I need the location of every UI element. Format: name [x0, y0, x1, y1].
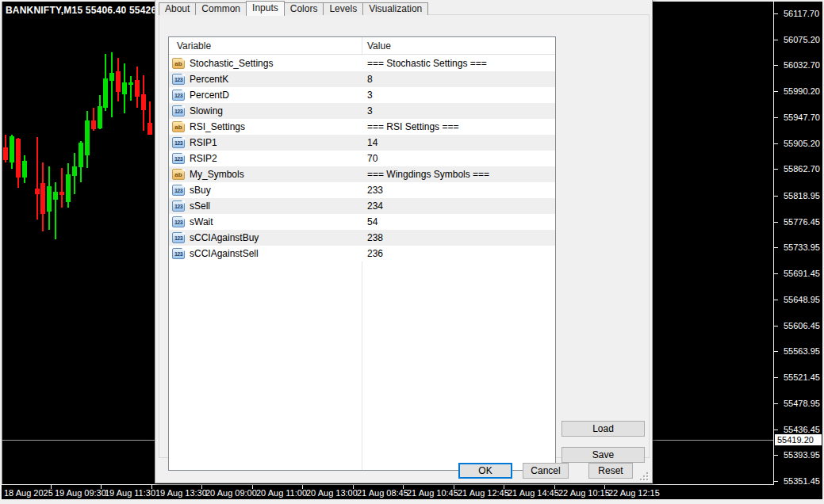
price-tick-label: 55563.95 — [784, 346, 820, 356]
time-tick — [201, 485, 202, 489]
variable-value[interactable]: 54 — [367, 214, 378, 230]
time-axis[interactable]: 18 Aug 202519 Aug 09:3019 Aug 11:3019 Au… — [2, 485, 822, 499]
time-tick-label: 19 Aug 11:30 — [105, 488, 155, 498]
tab-inputs[interactable]: Inputs — [246, 1, 285, 16]
time-tick-label: 21 Aug 08:45 — [357, 488, 408, 498]
tab-about[interactable]: About — [159, 2, 196, 15]
dialog-tabbar: AboutCommonInputsColorsLevelsVisualizati… — [159, 1, 428, 15]
inputs-table[interactable]: Variable Value abStochastic_Settings=== … — [168, 36, 556, 471]
table-row[interactable]: 123PercentK8 — [169, 71, 555, 87]
price-axis[interactable]: 55419.20 56117.7056075.2056032.7055990.2… — [773, 2, 822, 485]
column-header-value[interactable]: Value — [367, 37, 391, 55]
price-tick — [774, 403, 778, 404]
time-tick — [51, 485, 52, 489]
price-tick — [774, 222, 778, 223]
price-tick — [774, 326, 778, 326]
variable-name: RSIP1 — [190, 135, 217, 151]
table-row[interactable]: abRSI_Settings=== RSI Settings === — [169, 119, 555, 135]
candle-wick — [61, 168, 63, 208]
time-tick-label: 21 Aug 10:45 — [407, 488, 458, 498]
time-tick-label: 22 Aug 10:15 — [558, 488, 610, 498]
variable-value[interactable]: 233 — [367, 182, 383, 198]
integer-type-icon: 123 — [172, 216, 185, 227]
candle-body — [85, 120, 90, 155]
candle-body — [135, 80, 140, 97]
variable-name: sBuy — [190, 182, 211, 198]
candle-body — [109, 73, 114, 81]
price-tick — [774, 351, 778, 352]
price-tick-label: 55862.70 — [784, 164, 820, 174]
table-row[interactable]: 123sBuy233 — [169, 182, 555, 198]
variable-value[interactable]: 236 — [367, 246, 383, 262]
reset-button[interactable]: Reset — [588, 463, 633, 479]
variable-value[interactable]: 14 — [367, 135, 378, 151]
table-row[interactable]: 123sSell234 — [169, 198, 555, 214]
time-tick-label: 19 Aug 09:30 — [55, 488, 106, 498]
variable-name: RSI_Settings — [190, 119, 245, 135]
candle-wick — [130, 76, 132, 101]
time-tick — [252, 485, 253, 489]
price-tick-label: 55478.95 — [784, 399, 820, 408]
candle-body — [59, 192, 64, 195]
candle-body — [79, 143, 83, 167]
table-row[interactable]: 123PercentD3 — [169, 87, 555, 103]
price-tick — [774, 273, 778, 274]
price-tick — [774, 40, 778, 40]
time-tick — [554, 485, 555, 489]
save-button[interactable]: Save — [561, 447, 645, 463]
time-tick — [151, 485, 152, 489]
price-tick — [774, 247, 778, 248]
table-row[interactable]: abStochastic_Settings=== Stochastic Sett… — [169, 55, 555, 71]
column-header-variable[interactable]: Variable — [177, 37, 211, 55]
table-row[interactable]: abMy_Symbols=== Wingdings Symbols === — [169, 166, 555, 182]
table-row[interactable]: 123sWait54 — [169, 214, 555, 230]
cancel-button[interactable]: Cancel — [523, 463, 569, 479]
variable-name: sCCIAgainstBuy — [190, 230, 259, 246]
string-type-icon: ab — [172, 58, 185, 69]
variable-name: My_Symbols — [190, 166, 244, 182]
price-tick-label: 55691.45 — [784, 269, 820, 278]
integer-type-icon: 123 — [172, 105, 185, 116]
price-tick-label: 55648.95 — [784, 295, 820, 304]
table-row[interactable]: 123RSIP114 — [169, 135, 555, 151]
variable-value[interactable]: 238 — [367, 230, 383, 246]
tab-levels[interactable]: Levels — [323, 2, 363, 15]
table-row[interactable]: 123sCCIAgainstBuy238 — [169, 230, 555, 246]
time-tick-label: 22 Aug 12:15 — [608, 488, 660, 498]
price-tick-label: 55733.95 — [784, 242, 820, 252]
candle-body — [98, 106, 102, 128]
variable-value[interactable]: === Stochastic Settings === — [367, 55, 487, 71]
price-tick-label: 55521.45 — [784, 372, 820, 382]
time-tick-label: 19 Aug 13:30 — [155, 488, 207, 498]
tab-colors[interactable]: Colors — [284, 2, 324, 15]
variable-value[interactable]: === Wingdings Symbols === — [367, 166, 489, 182]
load-button[interactable]: Load — [561, 421, 645, 437]
tab-visualization[interactable]: Visualization — [362, 2, 428, 15]
table-row[interactable]: 123Slowing3 — [169, 103, 555, 119]
variable-value[interactable]: 3 — [367, 87, 373, 103]
candle-body — [128, 82, 133, 85]
price-tick — [774, 481, 778, 482]
variable-value[interactable]: 234 — [367, 198, 383, 214]
variable-value[interactable]: 70 — [367, 151, 378, 166]
table-row[interactable]: 123RSIP270 — [169, 151, 555, 166]
price-tick-label: 55947.70 — [784, 113, 820, 122]
time-tick — [403, 485, 404, 489]
variable-value[interactable]: === RSI Settings === — [367, 119, 458, 135]
time-tick — [101, 485, 102, 489]
integer-type-icon: 123 — [172, 74, 185, 85]
candle-body — [122, 82, 127, 94]
candle-wick — [55, 182, 56, 239]
price-tick — [774, 430, 778, 430]
table-row[interactable]: 123sCCIAgainstSell236 — [169, 246, 555, 262]
time-tick-label: 20 Aug 09:00 — [205, 488, 257, 498]
price-tick-label: 56117.70 — [784, 9, 819, 18]
variable-value[interactable]: 8 — [367, 71, 373, 87]
tab-common[interactable]: Common — [195, 2, 247, 15]
price-tick-label: 55905.20 — [784, 139, 820, 148]
price-tick — [774, 91, 778, 92]
resize-grip-icon[interactable] — [639, 472, 649, 481]
string-type-icon: ab — [172, 169, 185, 180]
ok-button[interactable]: OK — [458, 463, 512, 479]
variable-value[interactable]: 3 — [367, 103, 373, 119]
